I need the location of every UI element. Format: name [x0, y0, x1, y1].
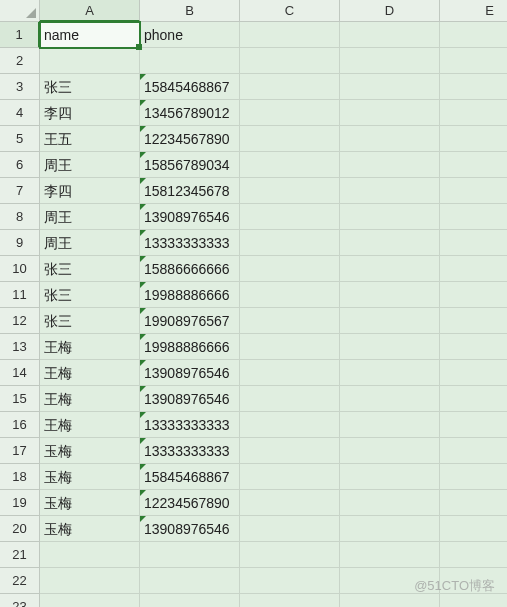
cell[interactable] — [340, 516, 440, 542]
cell[interactable]: 19908976567 — [140, 308, 240, 334]
cell[interactable] — [340, 334, 440, 360]
cell[interactable]: 张三 — [40, 282, 140, 308]
row-header[interactable]: 1 — [0, 22, 40, 48]
cell[interactable] — [440, 438, 507, 464]
row-header[interactable]: 20 — [0, 516, 40, 542]
cell[interactable] — [440, 100, 507, 126]
cell[interactable] — [440, 490, 507, 516]
cell[interactable] — [340, 594, 440, 607]
cell[interactable]: 19988886666 — [140, 334, 240, 360]
cell[interactable] — [240, 282, 340, 308]
cell[interactable] — [340, 490, 440, 516]
cell[interactable] — [240, 542, 340, 568]
cell[interactable] — [240, 594, 340, 607]
cell[interactable] — [240, 386, 340, 412]
cell[interactable] — [440, 230, 507, 256]
row-header[interactable]: 3 — [0, 74, 40, 100]
cell[interactable] — [240, 568, 340, 594]
cell[interactable]: 张三 — [40, 308, 140, 334]
cell[interactable] — [440, 126, 507, 152]
column-header-B[interactable]: B — [140, 0, 240, 22]
cell[interactable] — [440, 334, 507, 360]
cell[interactable] — [440, 308, 507, 334]
cell[interactable] — [440, 568, 507, 594]
row-header[interactable]: 2 — [0, 48, 40, 74]
cell[interactable] — [40, 594, 140, 607]
row-header[interactable]: 10 — [0, 256, 40, 282]
column-header-C[interactable]: C — [240, 0, 340, 22]
cell[interactable]: 张三 — [40, 74, 140, 100]
cell[interactable] — [440, 516, 507, 542]
cell[interactable] — [240, 230, 340, 256]
row-header[interactable]: 7 — [0, 178, 40, 204]
cell[interactable] — [340, 386, 440, 412]
row-header[interactable]: 19 — [0, 490, 40, 516]
cell[interactable] — [440, 542, 507, 568]
row-header[interactable]: 8 — [0, 204, 40, 230]
cell[interactable]: 李四 — [40, 178, 140, 204]
row-header[interactable]: 4 — [0, 100, 40, 126]
cell[interactable] — [340, 126, 440, 152]
cell[interactable]: 周王 — [40, 152, 140, 178]
cell[interactable] — [340, 48, 440, 74]
cell[interactable]: 王梅 — [40, 334, 140, 360]
cell[interactable] — [240, 308, 340, 334]
cell[interactable] — [440, 48, 507, 74]
cell[interactable] — [240, 360, 340, 386]
cell[interactable] — [440, 594, 507, 607]
cell[interactable] — [240, 178, 340, 204]
cell[interactable]: 王梅 — [40, 412, 140, 438]
cell[interactable] — [240, 22, 340, 48]
row-header[interactable]: 6 — [0, 152, 40, 178]
cell[interactable]: 13908976546 — [140, 204, 240, 230]
cell[interactable]: 王五 — [40, 126, 140, 152]
row-header[interactable]: 23 — [0, 594, 40, 607]
cell[interactable] — [140, 48, 240, 74]
row-header[interactable]: 14 — [0, 360, 40, 386]
cell[interactable] — [340, 230, 440, 256]
cell[interactable] — [240, 204, 340, 230]
cell[interactable] — [440, 464, 507, 490]
row-header[interactable]: 9 — [0, 230, 40, 256]
cell[interactable]: 19988886666 — [140, 282, 240, 308]
cell[interactable] — [440, 74, 507, 100]
cell[interactable]: 周王 — [40, 230, 140, 256]
cell[interactable] — [240, 464, 340, 490]
cell[interactable] — [440, 22, 507, 48]
cell[interactable] — [440, 178, 507, 204]
row-header[interactable]: 11 — [0, 282, 40, 308]
cell[interactable] — [340, 360, 440, 386]
cell[interactable] — [40, 542, 140, 568]
row-header[interactable]: 12 — [0, 308, 40, 334]
row-header[interactable]: 5 — [0, 126, 40, 152]
cell[interactable] — [340, 178, 440, 204]
cell[interactable] — [240, 126, 340, 152]
cell[interactable]: 张三 — [40, 256, 140, 282]
cell[interactable] — [440, 386, 507, 412]
cell[interactable] — [240, 152, 340, 178]
cell[interactable]: 13333333333 — [140, 412, 240, 438]
cell[interactable] — [240, 48, 340, 74]
cell[interactable] — [340, 542, 440, 568]
cell[interactable] — [340, 100, 440, 126]
cell[interactable]: 15812345678 — [140, 178, 240, 204]
cell[interactable] — [340, 438, 440, 464]
row-header[interactable]: 17 — [0, 438, 40, 464]
cell[interactable]: 13333333333 — [140, 230, 240, 256]
cell[interactable] — [440, 256, 507, 282]
cell[interactable]: 12234567890 — [140, 490, 240, 516]
cell[interactable] — [140, 568, 240, 594]
row-header[interactable]: 22 — [0, 568, 40, 594]
cell[interactable]: 13908976546 — [140, 360, 240, 386]
cell[interactable] — [140, 542, 240, 568]
cell[interactable]: 15845468867 — [140, 74, 240, 100]
cell[interactable] — [140, 594, 240, 607]
cell[interactable] — [240, 516, 340, 542]
cell[interactable]: 玉梅 — [40, 438, 140, 464]
cell[interactable] — [240, 100, 340, 126]
cell[interactable] — [240, 74, 340, 100]
cell[interactable] — [340, 568, 440, 594]
cell[interactable]: name — [40, 22, 140, 48]
cell[interactable]: 13456789012 — [140, 100, 240, 126]
column-header-A[interactable]: A — [40, 0, 140, 22]
